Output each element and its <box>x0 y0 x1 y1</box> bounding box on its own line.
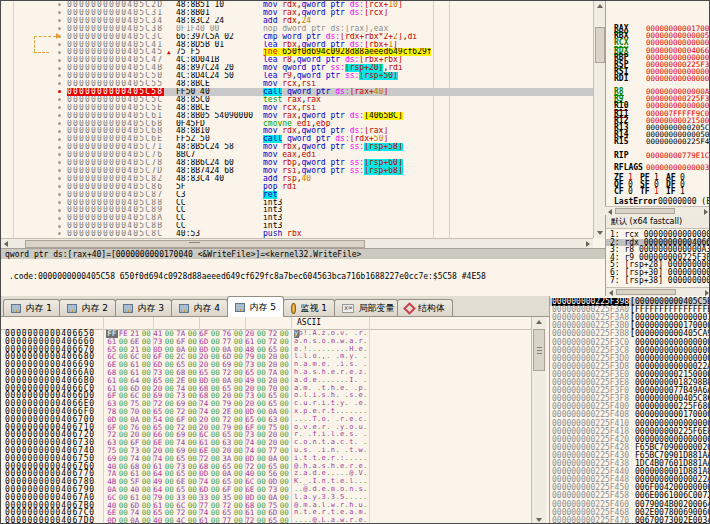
stack-pane[interactable]: 000000000225F398[0000000000405C5B0000000… <box>549 296 710 524</box>
disasm-row[interactable]: 0000000000405C5C48:85C0test rax,rax <box>1 96 593 104</box>
disasm-row[interactable]: 0000000000405C6EFF52 50call qword ptr ds… <box>1 135 593 143</box>
instruction-address: 0000000000405C6B <box>67 127 164 135</box>
disasm-row[interactable]: 0000000000405C768BC7mov eax,edi <box>1 151 593 159</box>
instruction-address: 0000000000405C8B <box>67 222 164 230</box>
instruction-address: 0000000000405C34 <box>67 17 164 25</box>
disasm-row[interactable]: 0000000000405C474C:8D041Blea r8,qword pt… <box>1 56 593 64</box>
disasm-row[interactable]: 0000000000405C680F45FDcmovne edi,ebp <box>1 120 593 128</box>
memory-dump-pane[interactable]: ASCII 0000000000406650FFFE210041007A006F… <box>1 317 549 524</box>
instruction-address: 0000000000405C76 <box>67 151 164 159</box>
calling-convention-header[interactable]: 默认 (x64 fastcall) <box>605 215 710 229</box>
tab-memory-4[interactable]: 内存 5 <box>227 296 284 317</box>
module-address-line: .code:0000000000405C58 650f0d694c0928d88… <box>9 272 486 281</box>
stack-row[interactable]: 000000000225F47000670073002E0034 <box>550 517 710 524</box>
disasm-row[interactable]: 0000000000405C58FF50 40call qword ptr ds… <box>1 88 593 96</box>
disasm-row[interactable]: 0000000000405C3C66:397C5A 02cmp word ptr… <box>1 33 593 41</box>
scroll-up-icon[interactable] <box>536 320 542 324</box>
scroll-handle[interactable] <box>615 208 675 214</box>
arguments-pane[interactable]: 1: rcx 00000000000000D82: rdx 0000000000… <box>605 230 710 287</box>
instruction-bytes: 48:8B5C24 58 <box>176 143 260 151</box>
scroll-left-icon[interactable] <box>4 241 8 247</box>
disasm-row[interactable]: 0000000000405C865Fpop rdi <box>1 183 593 191</box>
ascii-char: . <box>354 431 359 439</box>
disasm-row[interactable]: 0000000000405C504C:8D4C24 50lea r9,qword… <box>1 72 593 80</box>
row-dot-icon <box>58 146 61 149</box>
register-name: RDI <box>614 75 628 82</box>
disasm-row[interactable]: 0000000000405C7D48:8B7424 68mov rsi,qwor… <box>1 167 593 175</box>
disasm-row[interactable]: 0000000000405C7148:8B5C24 58mov rbx,qwor… <box>1 143 593 151</box>
last-error-row: LastError00000000 (ER <box>606 198 710 205</box>
tab-label: 局部变量 <box>358 302 394 315</box>
hex-byte: 72 <box>244 517 256 524</box>
scroll-right-icon[interactable] <box>586 241 590 247</box>
tab-watch-5[interactable]: 监视 1 <box>283 299 335 316</box>
disasm-row[interactable]: 0000000000405C8ACCint3 <box>1 214 593 222</box>
scroll-up-icon[interactable] <box>597 4 603 8</box>
tab-memory-2[interactable]: 内存 3 <box>115 299 172 316</box>
register-row[interactable]: RFLAGS00000000000003 <box>606 164 710 171</box>
dump-row[interactable]: 00000000004067D00D000A0040004C0061007700… <box>1 517 531 524</box>
disasm-row[interactable]: 0000000000405C3148:8B01mov rax,qword ptr… <box>1 9 593 17</box>
tab-memory-3[interactable]: 内存 4 <box>171 299 228 316</box>
disasm-row[interactable]: 0000000000405C8248:83C4 40add rsp,40 <box>1 175 593 183</box>
ascii-char: . <box>363 385 368 393</box>
disasm-row[interactable]: 0000000000405C89CCint3 <box>1 206 593 214</box>
row-dot-icon <box>58 138 61 141</box>
instruction-bytes: 40:53 <box>176 230 260 238</box>
ascii-char: . <box>363 400 368 408</box>
disasm-row[interactable]: 0000000000405C5E48:8BCEmov rcx,rsi <box>1 104 593 112</box>
disasm-row[interactable]: 0000000000405C7848:8B6C24 60mov rbp,qwor… <box>1 159 593 167</box>
hex-byte: 77 <box>221 517 233 524</box>
instruction-bytes: 8BC7 <box>176 151 260 159</box>
scroll-down-icon[interactable] <box>536 518 542 522</box>
row-dot-icon <box>58 153 61 156</box>
register-row[interactable]: RIP00000000779E1CF0 <box>606 152 710 159</box>
disasm-row[interactable]: 0000000000405C8C40:53push rbx <box>1 230 593 238</box>
breakpoint-dot-icon <box>58 90 61 93</box>
ascii-char: . <box>363 517 368 524</box>
disasm-row[interactable]: 0000000000405C4B48:897C24 20mov qword pt… <box>1 64 593 72</box>
disasm-row[interactable]: 0000000000405C3448:83C2 24add rdx,24 <box>1 17 593 25</box>
disasm-row[interactable]: 0000000000405C88CCint3 <box>1 199 593 207</box>
scroll-handle[interactable] <box>616 289 676 295</box>
hex-byte: 00 <box>164 517 176 524</box>
disasm-row[interactable]: 0000000000405C2D48:8B51 10mov rdx,qword … <box>1 1 593 9</box>
register-row[interactable]: R15000000000225F418 <box>606 138 710 145</box>
register-row[interactable]: RDI0000000000000000 <box>606 75 710 82</box>
tab-struct-7[interactable]: 结构体 <box>397 299 453 316</box>
dump-vscrollbar[interactable] <box>531 317 546 524</box>
ascii-char: . <box>363 502 368 510</box>
instruction-bytes: 48:8B05 54090000 <box>176 112 260 120</box>
instruction-bytes: 48:83C2 24 <box>176 17 260 25</box>
instruction-text: call qword ptr ds:[rdx+50] <box>263 135 431 143</box>
ascii-char: . <box>326 361 331 369</box>
scroll-down-icon[interactable] <box>597 231 603 235</box>
struct-icon <box>403 302 416 315</box>
disasm-row[interactable]: 0000000000405C87C3ret <box>1 191 593 199</box>
tab-memory-1[interactable]: 内存 2 <box>59 299 116 316</box>
instruction-address: 0000000000405C2D <box>67 1 164 9</box>
disasm-row[interactable]: 0000000000405C4148:8D5B 01lea rbx,qword … <box>1 41 593 49</box>
disasm-row[interactable]: 0000000000405C380F1F40 00nop dword ptr d… <box>1 25 593 33</box>
instruction-text: int3 <box>263 222 431 230</box>
tab-memory-0[interactable]: 内存 1 <box>3 299 60 316</box>
scroll-handle[interactable] <box>595 27 605 63</box>
instruction-bytes: FF50 40 <box>176 88 260 96</box>
disasm-row[interactable]: 0000000000405C45▲75 F5jne 650f0d694c0928… <box>1 48 593 56</box>
disasm-row[interactable]: 0000000000405C6B48:8B10mov rdx,qword ptr… <box>1 127 593 135</box>
ascii-char: . <box>363 431 368 439</box>
instruction-bytes: 75 F5 <box>176 48 260 56</box>
instruction-address: 0000000000405C87 <box>67 191 164 199</box>
argument-row[interactable]: 7: [rsp+38] 0000000000000 <box>606 277 710 285</box>
disasm-row[interactable]: 0000000000405C8BCCint3 <box>1 222 593 230</box>
instruction-bytes: 48:8B01 <box>176 9 260 17</box>
disassembly-pane[interactable]: 0000000000405C2D48:8B51 10mov rdx,qword … <box>1 1 593 238</box>
ascii-char: . <box>345 330 350 338</box>
instruction-text: jne 650f0d694c0928d88aeeed649cf629fc8a7b… <box>263 48 431 56</box>
disasm-row[interactable]: 0000000000405C5548:8BCEmov rcx,rsi <box>1 80 593 88</box>
tab-locals-6[interactable]: x=局部变量 <box>334 299 398 316</box>
instruction-bytes: 0F1F40 00 <box>176 25 260 33</box>
memory-icon <box>11 304 21 313</box>
disasm-row[interactable]: 0000000000405C6148:8B05 54090000mov rax,… <box>1 112 593 120</box>
tab-label: 内存 2 <box>81 302 108 315</box>
